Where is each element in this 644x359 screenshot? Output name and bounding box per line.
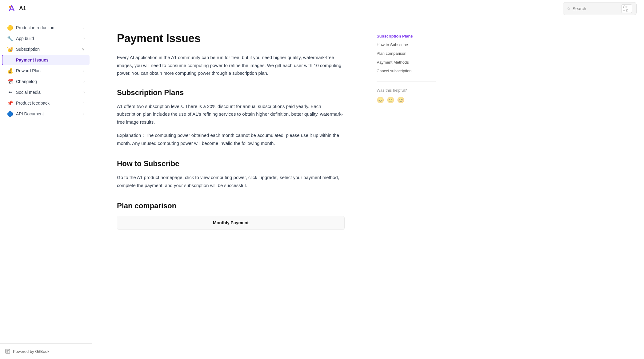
footer-text: Powered by GitBook	[13, 349, 50, 354]
sidebar-item-reward-plan[interactable]: 💰Reward Plan›	[2, 66, 90, 76]
toc-divider	[377, 82, 436, 82]
svg-point-1	[568, 7, 570, 9]
sidebar-items: 🟡Product introduction›🔧App build›👑Subscr…	[0, 22, 92, 119]
chevron-icon-reward-plan: ›	[83, 69, 85, 73]
table-header: Monthly Payment	[117, 216, 344, 230]
toc-item-cancel-subscription[interactable]: Cancel subscription	[377, 67, 436, 75]
sidebar-item-app-build[interactable]: 🔧App build›	[2, 33, 90, 44]
sidebar-item-api-document[interactable]: 🔵API Document›	[2, 109, 90, 119]
toc-item-payment-methods[interactable]: Payment Methods	[377, 58, 436, 67]
toc-item-subscription-plans[interactable]: Subscription Plans	[377, 32, 436, 41]
intro-text: Every AI application in the A1 community…	[117, 54, 345, 77]
sidebar-icon-payment-issues	[7, 57, 13, 63]
sidebar-label-product-introduction: Product introduction	[16, 25, 54, 30]
sidebar-icon-app-build: 🔧	[7, 36, 13, 41]
sidebar-label-api-document: API Document	[16, 111, 44, 116]
sidebar-label-reward-plan: Reward Plan	[16, 68, 41, 73]
emoji-happy[interactable]: 😊	[397, 96, 405, 104]
section-title-plan-comparison: Plan comparison	[117, 201, 345, 210]
chevron-icon-product-feedback: ›	[83, 101, 85, 105]
section-para-subscription-plans-0: A1 offers two subscription levels. There…	[117, 102, 345, 126]
sidebar-item-subscription[interactable]: 👑Subscription∨	[2, 44, 90, 54]
svg-point-0	[9, 6, 11, 8]
sidebar-label-app-build: App build	[16, 36, 34, 41]
section-how-to-subscribe: How to SubscribeGo to the A1 product hom…	[117, 159, 345, 189]
sidebar-icon-product-introduction: 🟡	[7, 25, 13, 30]
page-title: Payment Issues	[117, 32, 345, 45]
emoji-sad[interactable]: 😞	[377, 96, 384, 104]
sidebar-item-payment-issues[interactable]: Payment Issues	[2, 55, 90, 65]
sidebar-label-payment-issues: Payment Issues	[16, 58, 49, 62]
sidebar-item-product-introduction[interactable]: 🟡Product introduction›	[2, 22, 90, 33]
logo[interactable]: A1	[7, 4, 26, 13]
helpful-label: Was this helpful?	[377, 88, 436, 93]
sidebar-icon-reward-plan: 💰	[7, 68, 13, 74]
sidebar-icon-changelog: 📅	[7, 79, 13, 84]
section-para-subscription-plans-1: Explanation：The computing power obtained…	[117, 131, 345, 147]
chevron-icon-app-build: ›	[83, 36, 85, 41]
toc-item-how-to-subscribe[interactable]: How to Subscribe	[377, 41, 436, 49]
chevron-icon-api-document: ›	[83, 112, 85, 116]
sidebar-label-product-feedback: Product feedback	[16, 101, 50, 106]
chevron-icon-product-introduction: ›	[83, 26, 85, 30]
sidebar-icon-subscription: 👑	[7, 46, 13, 52]
chevron-icon-subscription: ∨	[82, 47, 85, 51]
section-subscription-plans: Subscription PlansA1 offers two subscrip…	[117, 88, 345, 147]
sidebar-label-changelog: Changelog	[16, 79, 37, 84]
sidebar-item-product-feedback[interactable]: 📌Product feedback›	[2, 98, 90, 108]
logo-icon	[7, 4, 16, 13]
toc-sidebar: Subscription PlansHow to SubscribePlan c…	[369, 17, 443, 359]
search-bar[interactable]: Ctrl + K	[563, 2, 637, 15]
chevron-icon-social-media: ›	[83, 90, 85, 94]
section-title-how-to-subscribe: How to Subscribe	[117, 159, 345, 168]
sidebar-footer: Powered by GitBook	[0, 343, 92, 359]
section-para-how-to-subscribe-0: Go to the A1 product homepage, click to …	[117, 174, 345, 189]
search-icon	[567, 6, 570, 11]
search-shortcut: Ctrl + K	[621, 4, 632, 13]
sidebar-icon-api-document: 🔵	[7, 111, 13, 117]
sidebar: 🟡Product introduction›🔧App build›👑Subscr…	[0, 17, 92, 359]
main-content: Payment Issues Every AI application in t…	[92, 17, 369, 359]
emoji-buttons: 😞 😐 😊	[377, 96, 436, 104]
plan-comparison-table: Monthly Payment	[117, 216, 345, 230]
chevron-icon-changelog: ›	[83, 79, 85, 84]
sidebar-label-social-media: Social media	[16, 90, 41, 95]
main-sections: Subscription PlansA1 offers two subscrip…	[117, 88, 345, 230]
sidebar-icon-product-feedback: 📌	[7, 100, 13, 106]
section-plan-comparison: Plan comparisonMonthly Payment	[117, 201, 345, 230]
sidebar-icon-social-media: ••	[7, 90, 13, 95]
section-title-subscription-plans: Subscription Plans	[117, 88, 345, 97]
toc-item-plan-comparison[interactable]: Plan comparison	[377, 49, 436, 58]
gitbook-icon	[5, 349, 10, 354]
layout: 🟡Product introduction›🔧App build›👑Subscr…	[0, 17, 644, 359]
toc-items: Subscription PlansHow to SubscribePlan c…	[377, 32, 436, 75]
search-input[interactable]	[573, 6, 619, 11]
sidebar-label-subscription: Subscription	[16, 47, 40, 52]
emoji-neutral[interactable]: 😐	[387, 96, 394, 104]
sidebar-item-changelog[interactable]: 📅Changelog›	[2, 76, 90, 87]
logo-text: A1	[19, 5, 26, 12]
sidebar-item-social-media[interactable]: ••Social media›	[2, 87, 90, 98]
header: A1 Ctrl + K	[0, 0, 644, 17]
